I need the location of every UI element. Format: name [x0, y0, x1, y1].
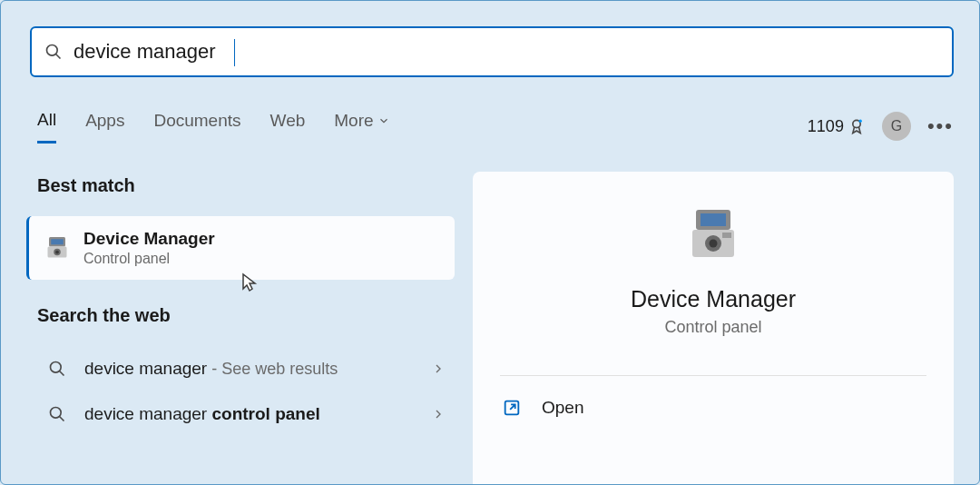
device-manager-icon	[681, 204, 745, 268]
chevron-right-icon	[431, 361, 446, 376]
web-result-prefix: device manager	[84, 404, 211, 423]
chevron-down-icon	[377, 114, 390, 127]
user-avatar[interactable]: G	[882, 112, 911, 141]
chevron-right-icon	[431, 407, 446, 421]
preview-panel: Device Manager Control panel Open	[473, 172, 954, 484]
tab-web[interactable]: Web	[270, 111, 306, 142]
medal-icon	[848, 117, 866, 135]
best-match-subtitle: Control panel	[83, 251, 215, 267]
svg-rect-18	[722, 233, 731, 238]
open-label: Open	[542, 398, 583, 418]
svg-line-10	[60, 371, 64, 376]
svg-point-17	[710, 240, 718, 248]
search-bar[interactable]	[30, 26, 954, 77]
tab-documents[interactable]: Documents	[153, 111, 240, 142]
open-action[interactable]: Open	[500, 376, 926, 440]
text-caret	[234, 39, 235, 66]
web-result-1[interactable]: device manager control panel	[37, 391, 451, 437]
svg-line-1	[56, 54, 61, 59]
search-icon	[48, 360, 66, 378]
mouse-cursor-icon	[241, 272, 258, 292]
svg-point-9	[51, 362, 62, 373]
device-manager-icon	[44, 234, 71, 262]
rewards-points[interactable]: 1109	[808, 117, 866, 136]
preview-subtitle: Control panel	[664, 318, 761, 337]
web-result-suffix: - See web results	[207, 360, 338, 378]
search-icon	[44, 43, 63, 61]
web-result-0[interactable]: device manager - See web results	[37, 346, 451, 391]
svg-point-8	[55, 251, 59, 254]
svg-point-3	[858, 120, 861, 123]
preview-title: Device Manager	[631, 286, 796, 312]
web-result-bold: control panel	[211, 404, 319, 423]
tab-all[interactable]: All	[37, 110, 56, 144]
best-match-title: Device Manager	[83, 229, 215, 249]
tab-apps[interactable]: Apps	[85, 111, 124, 142]
search-input[interactable]	[74, 40, 939, 64]
best-match-result[interactable]: Device Manager Control panel	[26, 216, 455, 280]
search-web-label: Search the web	[37, 305, 451, 326]
svg-rect-14	[701, 213, 726, 226]
open-icon	[502, 398, 522, 418]
svg-rect-5	[51, 239, 64, 244]
tab-more[interactable]: More	[334, 111, 389, 142]
filter-tabs: All Apps Documents Web More 1109 G •••	[37, 108, 954, 144]
web-result-text: device manager	[84, 359, 207, 378]
best-match-label: Best match	[37, 175, 451, 196]
search-icon	[48, 405, 66, 423]
results-panel: Best match Device Manager Control panel …	[37, 175, 451, 437]
svg-point-11	[51, 408, 62, 419]
svg-line-12	[60, 417, 64, 421]
more-options-button[interactable]: •••	[927, 114, 954, 138]
svg-point-0	[47, 45, 58, 56]
